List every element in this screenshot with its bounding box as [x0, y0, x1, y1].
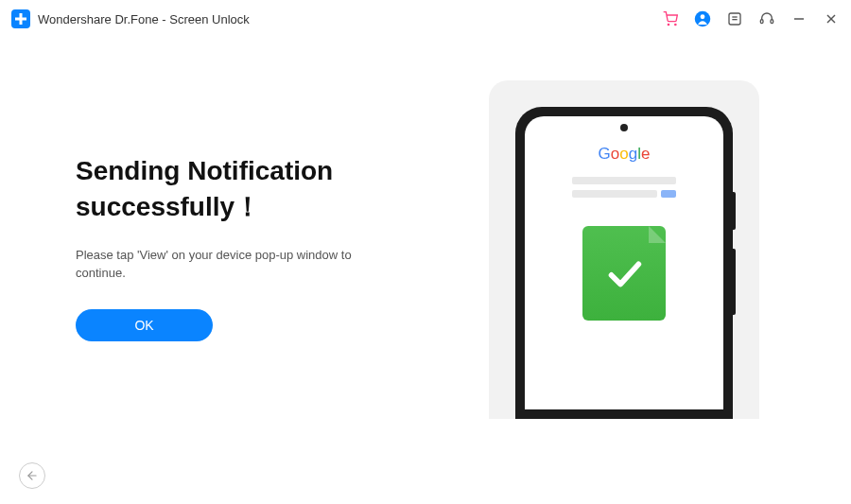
svg-point-4: [675, 24, 676, 25]
svg-rect-11: [771, 20, 773, 24]
skeleton-line: [661, 190, 676, 198]
page-subtext: Please tap 'View' on your device pop-up …: [76, 246, 359, 283]
svg-rect-2: [15, 18, 26, 21]
phone-side-button-icon: [733, 192, 736, 230]
google-logo: Google: [599, 145, 651, 164]
phone-screen: Google: [525, 116, 723, 409]
titlebar-left: Wondershare Dr.Fone - Screen Unlock: [11, 9, 250, 28]
illustration-panel: Google: [454, 76, 794, 419]
page-heading: Sending Notification successfully！: [76, 153, 416, 225]
svg-point-6: [701, 14, 705, 19]
support-icon[interactable]: [758, 10, 775, 27]
cart-icon[interactable]: [662, 10, 679, 27]
skeleton-line: [572, 190, 657, 198]
svg-rect-10: [760, 20, 763, 24]
app-logo-icon: [11, 9, 30, 28]
phone-backdrop: Google: [489, 80, 759, 419]
skeleton-line: [572, 177, 676, 184]
app-title: Wondershare Dr.Fone - Screen Unlock: [38, 12, 250, 26]
svg-point-3: [668, 24, 669, 25]
phone-frame: Google: [515, 107, 733, 419]
phone-camera-icon: [620, 124, 628, 131]
titlebar-controls: [662, 10, 840, 27]
left-panel: Sending Notification successfully！ Pleas…: [76, 153, 416, 341]
phone-side-button-icon: [733, 249, 736, 315]
close-icon[interactable]: [823, 10, 840, 27]
success-check-icon: [582, 226, 666, 321]
minimize-icon[interactable]: [790, 10, 808, 27]
skeleton-row: [572, 190, 676, 203]
titlebar: Wondershare Dr.Fone - Screen Unlock: [0, 0, 851, 38]
ok-button[interactable]: OK: [76, 309, 213, 341]
feedback-icon[interactable]: [726, 10, 743, 27]
main-content: Sending Notification successfully！ Pleas…: [0, 38, 851, 457]
account-icon[interactable]: [694, 10, 711, 27]
back-button[interactable]: [19, 462, 45, 489]
